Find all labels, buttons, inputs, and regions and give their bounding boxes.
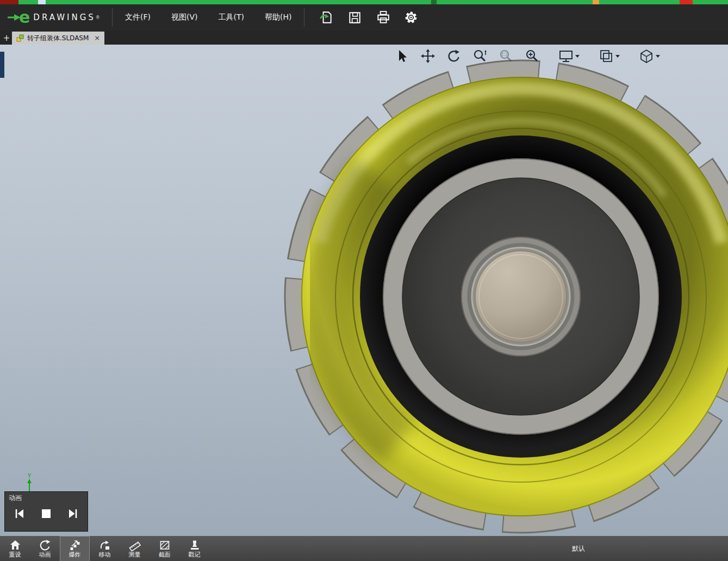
orientation-button[interactable] bbox=[639, 48, 654, 64]
section-icon bbox=[159, 539, 171, 551]
model-views-button[interactable] bbox=[599, 48, 613, 64]
animation-button[interactable]: 动画 bbox=[30, 536, 60, 561]
background-window-strip bbox=[0, 0, 728, 4]
button-label: 截面 bbox=[159, 552, 171, 558]
settings-gear-icon bbox=[404, 10, 418, 24]
tab-label: 转子组装体.SLDASM bbox=[27, 34, 89, 43]
rotate-tool-button[interactable] bbox=[446, 48, 461, 64]
pan-icon bbox=[421, 49, 435, 63]
button-label: 爆炸 bbox=[69, 552, 81, 558]
assembly-icon bbox=[16, 34, 24, 42]
print-button[interactable] bbox=[375, 10, 390, 25]
rotate-icon bbox=[447, 49, 461, 63]
logo-text: DRAWINGS bbox=[33, 13, 95, 22]
orientation-group bbox=[639, 48, 660, 64]
display-style-group bbox=[558, 48, 580, 64]
header-toolbar bbox=[319, 10, 419, 25]
menu-view[interactable]: 视图(V) bbox=[161, 4, 208, 30]
zoom-window-icon bbox=[499, 49, 513, 63]
background-window-fragment bbox=[431, 0, 437, 4]
model-views-dropdown-arrow[interactable] bbox=[615, 55, 620, 58]
animation-controls bbox=[5, 504, 88, 521]
display-style-icon bbox=[559, 49, 573, 63]
logo-mark: e bbox=[19, 9, 30, 26]
button-label: 测量 bbox=[129, 552, 141, 558]
measure-icon bbox=[129, 539, 141, 551]
orientation-dropdown-arrow[interactable] bbox=[656, 55, 660, 58]
animation-icon bbox=[39, 539, 51, 551]
background-window-fragment bbox=[0, 52, 4, 78]
header-separator bbox=[304, 8, 304, 27]
select-tool-button[interactable] bbox=[394, 48, 409, 64]
model-3d-view[interactable] bbox=[260, 45, 728, 536]
new-tab-button[interactable]: + bbox=[2, 33, 11, 44]
animation-panel-title: 动画 bbox=[5, 492, 88, 504]
reset-button[interactable]: 重设 bbox=[0, 536, 30, 561]
select-icon bbox=[395, 49, 408, 63]
explode-icon bbox=[69, 539, 81, 551]
button-label: 移动 bbox=[99, 552, 111, 558]
next-frame-icon bbox=[66, 508, 79, 520]
menu-help[interactable]: 帮助(H) bbox=[254, 4, 302, 30]
orientation-cube-icon bbox=[639, 49, 654, 64]
menu-tools[interactable]: 工具(T) bbox=[208, 4, 254, 30]
bottom-toolbar: 重设 动画 爆炸 移动 测量 bbox=[0, 536, 728, 561]
next-frame-button[interactable] bbox=[66, 507, 80, 521]
measure-button[interactable]: 测量 bbox=[120, 536, 150, 561]
model-viewport[interactable]: Y 动画 bbox=[0, 45, 728, 536]
tab-bar: + 转子组装体.SLDASM × bbox=[0, 30, 728, 45]
edrawings-logo: e DRAWINGS ® bbox=[7, 9, 110, 26]
explode-button[interactable]: 爆炸 bbox=[60, 536, 90, 561]
axis-triad: Y bbox=[26, 473, 33, 492]
logo-registered-mark: ® bbox=[96, 15, 100, 20]
zoom-tool-button[interactable] bbox=[472, 48, 487, 64]
previous-frame-button[interactable] bbox=[13, 507, 27, 521]
background-window-fragment bbox=[38, 0, 46, 4]
menu-file[interactable]: 文件(F) bbox=[115, 4, 161, 30]
button-label: 动画 bbox=[39, 552, 51, 558]
configuration-label: 默认 bbox=[572, 536, 585, 561]
home-icon bbox=[9, 539, 21, 551]
axis-y-label: Y bbox=[28, 473, 31, 479]
section-button[interactable]: 截面 bbox=[150, 536, 179, 561]
stamp-icon bbox=[189, 539, 201, 551]
zoom-fit-tool-button[interactable] bbox=[525, 48, 539, 64]
save-button[interactable] bbox=[347, 10, 362, 25]
stop-button[interactable] bbox=[39, 507, 53, 521]
menu-bar: 文件(F) 视图(V) 工具(T) 帮助(H) bbox=[115, 4, 302, 30]
print-icon bbox=[376, 10, 390, 24]
settings-button[interactable] bbox=[403, 10, 419, 25]
previous-frame-icon bbox=[13, 508, 26, 520]
move-icon bbox=[99, 539, 111, 551]
model-views-group bbox=[599, 48, 620, 64]
move-button[interactable]: 移动 bbox=[90, 536, 120, 561]
zoom-fit-icon bbox=[525, 49, 539, 63]
model-views-icon bbox=[599, 49, 613, 63]
tab-close-icon[interactable]: × bbox=[94, 35, 100, 41]
open-file-icon bbox=[319, 10, 333, 24]
button-label: 重设 bbox=[9, 552, 21, 558]
zoom-window-tool-button[interactable] bbox=[499, 48, 513, 64]
display-style-button[interactable] bbox=[558, 48, 573, 64]
open-file-button[interactable] bbox=[319, 10, 334, 25]
zoom-icon bbox=[473, 49, 487, 63]
tab-rotor-assembly[interactable]: 转子组装体.SLDASM × bbox=[12, 32, 104, 45]
stamp-button[interactable]: 戳记 bbox=[179, 536, 209, 561]
pan-tool-button[interactable] bbox=[420, 48, 435, 64]
background-window-fragment bbox=[593, 0, 599, 4]
button-label: 戳记 bbox=[189, 552, 201, 558]
app-header: e DRAWINGS ® 文件(F) 视图(V) 工具(T) 帮助(H) bbox=[0, 4, 728, 30]
header-separator bbox=[112, 8, 113, 27]
save-icon bbox=[347, 10, 362, 24]
view-toolbar bbox=[394, 48, 660, 64]
axis-y-arrow-icon bbox=[26, 479, 33, 492]
animation-panel: 动画 bbox=[4, 491, 88, 532]
stop-icon bbox=[40, 508, 52, 520]
display-style-dropdown-arrow[interactable] bbox=[575, 55, 580, 58]
